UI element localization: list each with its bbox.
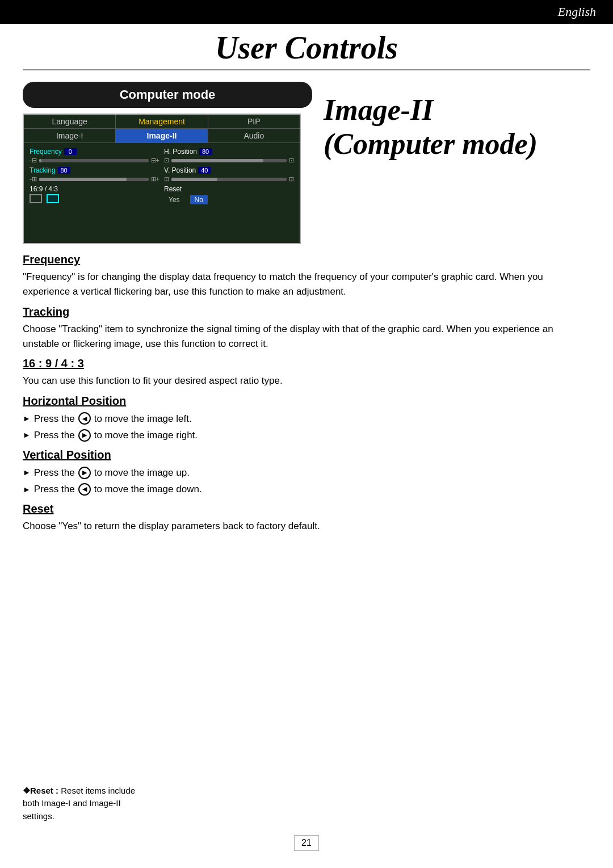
vposition-heading: Vertical Position [23,448,590,462]
vposition-slider-row: ⊡ ⊡ [164,175,294,183]
tracking-text: Choose "Tracking" item to synchronize th… [23,322,590,352]
osd-tab-image2[interactable]: Image-II [116,129,208,142]
bullet-arrow-icon4: ► [23,483,31,496]
frequency-minus-icon: -⊟ [30,157,37,164]
vposition-bullet-down: ► Press the ◀ to move the image down. [23,481,590,497]
tracking-value: 80 [58,167,70,174]
osd-tab-language[interactable]: Language [24,115,116,128]
tracking-minus-icon: -⊞ [30,175,37,183]
section-aspect: 16 : 9 / 4 : 3 You can use this function… [23,357,590,388]
hposition-slider[interactable] [171,159,287,162]
hposition-bullets: ► Press the ◀ to move the image left. ► … [23,411,590,443]
bullet-arrow-icon3: ► [23,466,31,479]
osd-tracking: Tracking 80 -⊞ ⊞+ [30,166,159,183]
computer-mode-header: Computer mode [23,82,312,108]
computer-mode-label: Computer mode [120,87,216,102]
section-hposition: Horizontal Position ► Press the ◀ to mov… [23,395,590,443]
osd-vposition: V. Position 40 ⊡ ⊡ [164,166,294,183]
hposition-minus-icon: ⊡ [164,157,169,164]
vposition-value: 40 [198,167,211,174]
top-bar: English [0,0,613,24]
osd-screen: Language Management PIP Image-I Image-II [23,114,301,244]
aspect-169-icon[interactable] [30,194,42,203]
aspect-label: 16:9 / 4:3 [30,185,159,193]
tracking-label: Tracking 80 [30,166,159,174]
reset-label: Reset [164,185,294,193]
osd-tab-audio[interactable]: Audio [208,129,300,142]
page-header: User Controls [23,24,590,70]
reset-text: Choose "Yes" to return the display param… [23,519,590,534]
tracking-slider-fill [39,178,127,181]
tracking-slider[interactable] [39,178,149,181]
osd-tabs-row1: Language Management PIP [24,115,300,129]
vposition-plus-icon: ⊡ [289,175,294,183]
osd-row3: 16:9 / 4:3 Reset Yes [30,185,294,204]
osd-tab-management[interactable]: Management [116,115,208,128]
tracking-plus-icon: ⊞+ [151,175,159,183]
frequency-text: "Frequency" is for changing the display … [23,270,590,300]
vposition-slider-fill [171,178,217,181]
osd-content: Frequency 0 -⊟ ⊟+ [24,143,300,211]
osd-aspect: 16:9 / 4:3 [30,185,159,203]
hposition-bullet-left: ► Press the ◀ to move the image left. [23,411,590,426]
aspect-heading: 16 : 9 / 4 : 3 [23,357,590,370]
right-arrow-icon: ▶ [78,429,91,442]
hposition-slider-row: ⊡ ⊡ [164,157,294,164]
osd-tab-pip[interactable]: PIP [208,115,300,128]
left-column: Computer mode Language Management PIP Im… [23,82,312,244]
bullet-arrow-icon: ► [23,412,31,425]
footer-note-label: ❖Reset : [23,786,58,795]
osd-row2: Tracking 80 -⊞ ⊞+ [30,166,294,183]
osd-row1: Frequency 0 -⊟ ⊟+ [30,148,294,164]
tracking-slider-row: -⊞ ⊞+ [30,175,159,183]
bullet-arrow-icon2: ► [23,429,31,441]
vposition-minus-icon: ⊡ [164,175,169,183]
osd-tab-image1[interactable]: Image-I [24,129,116,142]
footer-note: ❖Reset : Reset items include both Image-… [23,785,148,823]
right-column: Image-II (Computer mode) [324,82,590,244]
aspect-icons [30,194,159,203]
down-arrow-icon: ◀ [78,483,91,496]
yes-button[interactable]: Yes [164,195,184,204]
left-arrow-icon: ◀ [78,412,91,425]
vposition-bullets: ► Press the ▶ to move the image up. ► Pr… [23,465,590,497]
hposition-slider-fill [171,159,263,162]
section-reset: Reset Choose "Yes" to return the display… [23,502,590,534]
hposition-heading: Horizontal Position [23,395,590,408]
hposition-value: 80 [199,148,212,155]
tracking-heading: Tracking [23,305,590,318]
vposition-label: V. Position 40 [164,166,294,174]
frequency-slider[interactable] [39,159,149,162]
main-content: Computer mode Language Management PIP Im… [0,70,613,244]
vposition-bullet-up: ► Press the ▶ to move the image up. [23,465,590,480]
up-arrow-icon: ▶ [78,467,91,479]
section-frequency: Frequency "Frequency" is for changing th… [23,253,590,300]
section-vposition: Vertical Position ► Press the ▶ to move … [23,448,590,497]
section-tracking: Tracking Choose "Tracking" item to synch… [23,305,590,352]
desc-sections: Frequency "Frequency" is for changing th… [0,253,613,534]
aspect-text: You can use this function to fit your de… [23,374,590,388]
frequency-value: 0 [64,148,77,155]
section-title: Image-II (Computer mode) [324,93,590,161]
osd-hposition: H. Position 80 ⊡ ⊡ [164,148,294,164]
frequency-slider-fill [39,159,41,162]
vposition-slider[interactable] [171,178,287,181]
hposition-bullet-right: ► Press the ▶ to move the image right. [23,427,590,443]
reset-heading: Reset [23,502,590,515]
osd-reset: Reset Yes No [164,185,294,204]
osd-tabs-row2: Image-I Image-II Audio [24,129,300,143]
page-number: 21 [294,835,319,851]
hposition-plus-icon: ⊡ [289,157,294,164]
frequency-heading: Frequency [23,253,590,266]
osd-frequency: Frequency 0 -⊟ ⊟+ [30,148,159,164]
frequency-slider-row: -⊟ ⊟+ [30,157,159,164]
reset-buttons-row: Yes No [164,195,294,204]
hposition-label: H. Position 80 [164,148,294,156]
aspect-43-icon[interactable] [47,194,59,203]
page-title: User Controls [23,30,590,66]
frequency-plus-icon: ⊟+ [151,157,159,164]
language-label: English [558,5,596,19]
no-button[interactable]: No [190,195,208,204]
frequency-label: Frequency 0 [30,148,159,156]
